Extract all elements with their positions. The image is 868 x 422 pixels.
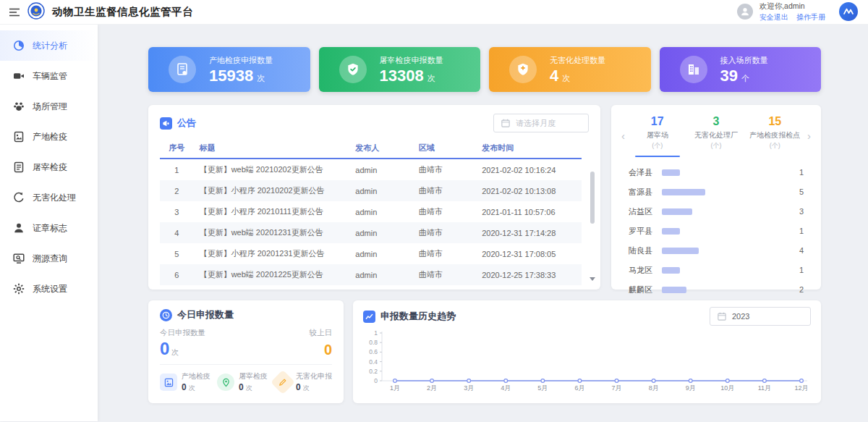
stat-card-unit: 次: [562, 74, 570, 83]
scroll-down-icon[interactable]: [590, 277, 595, 281]
svg-text:1月: 1月: [390, 384, 400, 392]
document-image-icon: [13, 131, 25, 143]
sidebar-item-label: 无害化处理: [33, 192, 76, 204]
sidebar-item-label: 产地检疫: [33, 131, 67, 143]
trend-icon: [363, 311, 375, 323]
mini-stat-slaughter: 屠宰检疫 0 次: [217, 371, 268, 393]
sidebar-item-slaughter-quarantine[interactable]: 屠宰检疫: [0, 152, 98, 182]
sidebar-item-label: 证章标志: [33, 222, 67, 235]
bar-label: 沾益区: [629, 206, 662, 217]
monitor-search-icon: [13, 253, 25, 264]
announcement-icon: [160, 117, 172, 130]
bar-label: 马龙区: [629, 265, 662, 276]
month-picker[interactable]: [493, 114, 589, 132]
table-cell: 【更新】小程序 20210111更新公告: [194, 201, 350, 222]
stat-cards-row: 产地检疫申报数量 15938次 屠宰检疫申报数量 13308次: [148, 47, 821, 92]
today-count-unit: 次: [171, 348, 179, 356]
table-row[interactable]: 1【更新】web端 20210202更新公告admin曲靖市2021-02-02…: [160, 159, 582, 180]
bar-row: 富源县5: [629, 187, 804, 198]
table-cell: 2021-02-02 10:16:24: [476, 159, 582, 180]
trend-line-chart: 00.20.40.60.811月2月3月4月5月6月7月8月9月10月11月12…: [363, 327, 811, 399]
chevron-right-icon[interactable]: ›: [804, 130, 814, 142]
table-cell: admin: [349, 159, 412, 180]
table-scrollbar[interactable]: [590, 172, 595, 224]
logout-link[interactable]: 安全退出: [760, 13, 788, 21]
manual-link[interactable]: 操作手册: [796, 13, 825, 21]
bar: [662, 287, 686, 293]
table-cell: admin: [349, 243, 412, 264]
table-row[interactable]: 5【更新】小程序 20201231更新公告admin曲靖市2020-12-31 …: [160, 243, 582, 264]
year-picker-input[interactable]: [731, 311, 797, 321]
sidebar-item-label: 屠宰检疫: [33, 161, 67, 174]
places-summary-panel: ‹ 17 屠宰场 (个) 3 无害化处理厂 (个) 15: [611, 105, 821, 290]
location-pin-icon: [217, 374, 234, 391]
table-cell: 4: [160, 222, 194, 243]
corner-avatar[interactable]: [839, 2, 858, 21]
stat-card-value: 39: [720, 67, 738, 85]
svg-text:1: 1: [374, 329, 378, 337]
mini-label: 产地检疫: [182, 371, 210, 381]
stat-card-label: 屠宰检疫申报数量: [380, 55, 443, 66]
tab-value: 15: [746, 115, 804, 128]
stat-card-label: 接入场所数量: [720, 55, 768, 66]
tab-label: 产地检疫报检点: [746, 130, 804, 140]
sidebar-item-places[interactable]: 场所管理: [0, 91, 98, 122]
stat-card-unit: 次: [427, 74, 435, 83]
trend-chart-svg: 00.20.40.60.811月2月3月4月5月6月7月8月9月10月11月12…: [363, 327, 811, 397]
sidebar-item-stats[interactable]: 统计分析: [0, 30, 98, 61]
pie-chart-icon: [13, 40, 25, 51]
shield-check-icon: [339, 56, 367, 83]
table-cell: 2020-12-31 17:14:28: [476, 222, 582, 243]
column-header: 标题: [194, 138, 350, 159]
table-row[interactable]: 3【更新】小程序 20210111更新公告admin曲靖市2021-01-11 …: [160, 201, 582, 222]
sidebar-item-origin-quarantine[interactable]: 产地检疫: [0, 122, 98, 152]
sidebar-item-settings[interactable]: 系统设置: [0, 274, 98, 304]
svg-text:7月: 7月: [612, 384, 622, 392]
bar-row: 马龙区1: [629, 265, 804, 276]
table-cell: 2: [160, 180, 194, 201]
mini-stat-harmless: 无害化申报 0 次: [274, 371, 332, 393]
table-row[interactable]: 2【更新】小程序 20210202更新公告admin曲靖市2021-02-02 …: [160, 180, 582, 201]
stat-card-value: 15938: [209, 67, 253, 85]
svg-text:2月: 2月: [427, 384, 437, 392]
year-picker[interactable]: [710, 307, 811, 326]
sidebar-item-vehicle[interactable]: 车辆监管: [0, 61, 98, 91]
tab-value: 3: [686, 115, 745, 128]
mini-label: 屠宰检疫: [239, 371, 268, 381]
bar-value: 5: [791, 187, 804, 196]
menu-toggle-icon[interactable]: [9, 7, 20, 17]
sidebar-item-harmless[interactable]: 无害化处理: [0, 182, 98, 213]
tab-harmless-plant[interactable]: 3 无害化处理厂 (个): [686, 115, 745, 157]
table-row[interactable]: 4【更新】web端 20201231更新公告admin曲靖市2020-12-31…: [160, 222, 582, 243]
svg-text:0.4: 0.4: [369, 358, 378, 366]
table-cell: 5: [160, 243, 194, 264]
sidebar-item-badge[interactable]: 证章标志: [0, 213, 98, 243]
bar-value: 1: [791, 227, 804, 235]
origin-quarantine-icon: [160, 374, 177, 391]
table-cell: 【更新】web端 20201231更新公告: [194, 222, 350, 243]
table-row[interactable]: 6【更新】web端 20201225更新公告admin曲靖市2020-12-25…: [160, 264, 582, 285]
bar-label: 陆良县: [629, 245, 662, 256]
svg-text:9月: 9月: [686, 384, 696, 392]
sidebar-item-trace[interactable]: 溯源查询: [0, 243, 98, 274]
svg-text:12月: 12月: [794, 384, 808, 392]
bar: [662, 189, 705, 195]
calendar-icon: [718, 312, 726, 321]
announcements-panel: 公告 序号 标题 发布人 区域: [148, 105, 600, 290]
table-cell: 6: [160, 264, 194, 285]
stat-card-slaughter-quarantine: 屠宰检疫申报数量 13308次: [319, 47, 481, 92]
sidebar: 统计分析 车辆监管 场所管理 产地检疫 屠宰检疫 无害化处理: [0, 25, 98, 421]
tab-slaughterhouse[interactable]: 17 屠宰场 (个): [628, 115, 686, 157]
main-content: 产地检疫申报数量 15938次 屠宰检疫申报数量 13308次: [98, 25, 868, 421]
stat-card-value: 13308: [380, 67, 424, 85]
chevron-left-icon[interactable]: ‹: [618, 130, 628, 142]
month-picker-input[interactable]: [514, 118, 581, 128]
calendar-icon: [501, 119, 510, 127]
pencil-icon: [271, 370, 295, 394]
tab-origin-checkpoint[interactable]: 15 产地检疫报检点 (个): [746, 115, 804, 157]
sidebar-item-label: 车辆监管: [33, 70, 67, 83]
table-cell: 2021-02-02 10:13:08: [476, 180, 582, 201]
bar-row: 陆良县4: [629, 245, 804, 256]
column-header: 序号: [160, 138, 194, 159]
stat-card-unit: 次: [257, 74, 265, 83]
